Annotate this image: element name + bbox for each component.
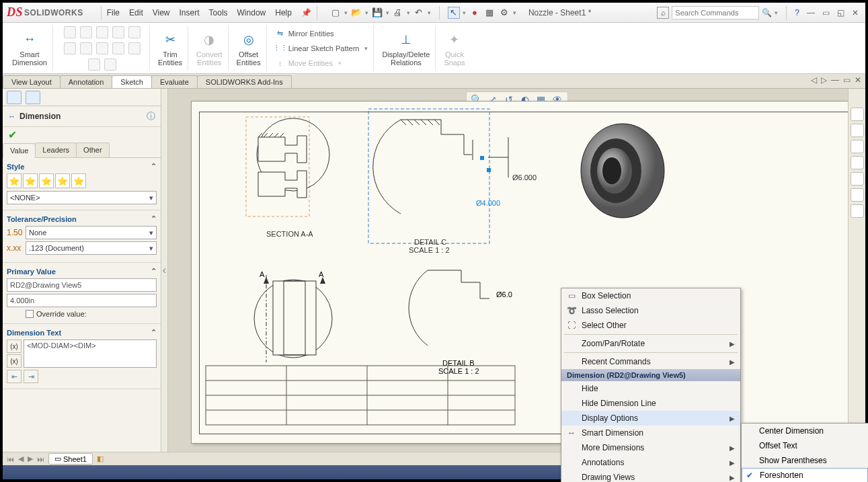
resources-icon[interactable] <box>851 124 864 137</box>
sheet-nav-prev-icon[interactable]: ◀ <box>18 454 24 463</box>
ctx-recent-commands[interactable]: Recent Commands▶ <box>561 354 740 369</box>
maximize-icon[interactable]: ◱ <box>834 7 846 19</box>
justify-left-icon[interactable]: ⇤ <box>7 370 22 383</box>
collapse-icon[interactable]: ⌃ <box>151 267 157 276</box>
forum-icon[interactable] <box>851 204 864 218</box>
drawing-canvas[interactable]: 🔍 ⤢ ↺ ◐ ▦ 👁 SECTION A-A <box>168 89 865 452</box>
sheet-nav-next-icon[interactable]: ▶ <box>28 454 33 463</box>
print-icon[interactable]: 🖨 <box>392 7 404 19</box>
restore-icon[interactable]: ▭ <box>820 7 832 19</box>
menu-view[interactable]: View <box>153 8 170 17</box>
subtab-leaders[interactable]: Leaders <box>35 143 77 157</box>
style-combo[interactable]: <NONE>▾ <box>7 191 157 204</box>
menu-pin-icon[interactable]: 📌 <box>301 8 311 17</box>
help-icon[interactable]: ? <box>795 8 799 17</box>
offset-entities-button[interactable]: ◎ Offset Entities <box>231 26 267 71</box>
settings-icon[interactable]: ⚙ <box>498 7 510 19</box>
subtab-value[interactable]: Value <box>3 143 36 158</box>
dimension-text-area[interactable]: <MOD-DIAM><DIM> <box>24 339 157 368</box>
ctx-smart-dimension[interactable]: ↔Smart Dimension <box>561 426 740 440</box>
menu-insert[interactable]: Insert <box>180 8 200 17</box>
close-icon[interactable]: ✕ <box>849 7 861 19</box>
mdi-close-icon[interactable]: ✕ <box>855 75 861 85</box>
menu-window[interactable]: Window <box>237 8 266 17</box>
sidebar-splitter[interactable]: ‹ <box>161 89 168 452</box>
mdi-prev-icon[interactable]: ◁ <box>811 75 817 85</box>
rebuild-icon[interactable]: ● <box>469 7 481 19</box>
pm-ok-icon[interactable]: ✔ <box>3 127 161 143</box>
arc-icon[interactable] <box>112 26 124 38</box>
minimize-icon[interactable]: — <box>805 7 817 19</box>
tab-evaluate[interactable]: Evaluate <box>151 75 198 88</box>
pm-help-icon[interactable]: ⓘ <box>147 110 155 122</box>
pm-tab-config-icon[interactable] <box>26 91 40 104</box>
subtab-other[interactable]: Other <box>76 143 110 157</box>
pm-tab-feature-icon[interactable] <box>7 91 22 104</box>
primary-value-field[interactable]: 4.000in <box>7 294 157 307</box>
search-hub-icon[interactable]: ⌕ <box>657 7 669 19</box>
collapse-icon[interactable]: ⌃ <box>151 162 157 171</box>
primary-name-field[interactable]: RD2@Drawing View5 <box>7 278 157 292</box>
ctx-more-dimensions[interactable]: More Dimensions▶ <box>561 440 740 455</box>
search-icon[interactable]: 🔍 <box>762 8 772 17</box>
tab-view-layout[interactable]: View Layout <box>3 75 61 88</box>
polygon-icon[interactable] <box>96 42 108 54</box>
tab-sketch[interactable]: Sketch <box>112 75 152 88</box>
appearance-icon[interactable] <box>851 172 864 186</box>
mdi-restore-icon[interactable]: ▭ <box>843 75 851 85</box>
properties-icon[interactable] <box>851 188 864 202</box>
sub-offset-text[interactable]: Offset Text <box>742 438 868 453</box>
sheet-nav-last-icon[interactable]: ⏭ <box>37 455 44 463</box>
circle-icon[interactable] <box>96 26 108 38</box>
dimtext-pos1-icon[interactable]: (x) <box>7 339 22 353</box>
tab-annotation[interactable]: Annotation <box>60 75 113 88</box>
open-icon[interactable]: 📂 <box>350 7 362 19</box>
add-sheet-icon[interactable]: ◧ <box>97 454 104 463</box>
sub-show-parentheses[interactable]: Show Parentheses <box>742 453 868 468</box>
collapse-icon[interactable]: ⌃ <box>151 328 157 337</box>
sheet-tab-1[interactable]: ▭Sheet1 <box>48 453 93 465</box>
mdi-min-icon[interactable]: — <box>831 75 839 85</box>
style-load-icon[interactable]: ⭐ <box>7 173 22 188</box>
style-update-icon[interactable]: ⭐ <box>39 173 54 188</box>
smart-dimension-button[interactable]: ↔ Smart Dimension <box>7 26 53 71</box>
sheet-nav-first-icon[interactable]: ⏮ <box>7 455 14 463</box>
spline-icon[interactable] <box>128 26 141 38</box>
select-icon[interactable]: ↖ <box>448 7 460 19</box>
point-icon[interactable] <box>64 42 76 54</box>
trim-entities-button[interactable]: ✂ Trim Entities <box>153 26 188 71</box>
ctx-display-options[interactable]: Display Options▶ <box>561 411 740 426</box>
library-icon[interactable] <box>851 140 864 153</box>
precision-combo[interactable]: .123 (Document)▾ <box>26 241 157 255</box>
ctx-drawing-views[interactable]: Drawing Views▶ <box>561 470 740 482</box>
save-icon[interactable]: 💾 <box>371 7 383 19</box>
text-icon[interactable] <box>88 58 100 71</box>
mdi-next-icon[interactable]: ▷ <box>821 75 827 85</box>
menu-tools[interactable]: Tools <box>209 8 228 17</box>
rect-icon[interactable] <box>80 26 92 38</box>
home-icon[interactable] <box>851 108 864 121</box>
collapse-icon[interactable]: ⌃ <box>151 214 157 223</box>
plane-icon[interactable] <box>104 58 116 71</box>
slot-icon[interactable] <box>80 42 92 54</box>
display-delete-relations-button[interactable]: ⊥ Display/Delete Relations <box>377 26 436 71</box>
tolerance-combo[interactable]: None▾ <box>26 226 157 239</box>
sub-foreshorten[interactable]: ✔Foreshorten <box>742 468 868 482</box>
override-checkbox[interactable]: Override value: <box>26 310 157 318</box>
ctx-hide-dim-line[interactable]: Hide Dimension Line <box>561 396 740 411</box>
search-input[interactable] <box>672 6 759 19</box>
mirror-entities-button[interactable]: ⇋Mirror Entities <box>275 28 334 39</box>
ctx-zoom-pan-rotate[interactable]: Zoom/Pan/Rotate▶ <box>561 336 740 351</box>
ctx-annotations[interactable]: Annotations▶ <box>561 455 740 470</box>
dimtext-pos2-icon[interactable]: (x) <box>7 354 22 368</box>
style-add-icon[interactable]: ⭐ <box>23 173 38 188</box>
justify-right-icon[interactable]: ⇥ <box>24 370 38 383</box>
menu-help[interactable]: Help <box>275 8 292 17</box>
tab-addins[interactable]: SOLIDWORKS Add-Ins <box>197 75 292 88</box>
menu-file[interactable]: File <box>107 8 120 17</box>
undo-icon[interactable]: ↶ <box>413 7 425 19</box>
ctx-box-selection[interactable]: ▭Box Selection <box>561 288 740 303</box>
line-icon[interactable] <box>64 26 76 38</box>
ctx-lasso-selection[interactable]: ➰Lasso Selection <box>561 303 740 318</box>
new-icon[interactable]: ▢ <box>329 7 342 19</box>
